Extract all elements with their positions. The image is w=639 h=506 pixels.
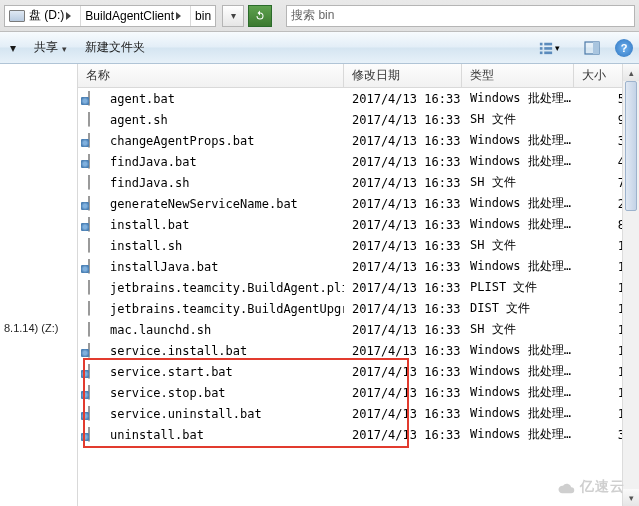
file-date: 2017/4/13 16:33 (344, 134, 462, 148)
bat-file-icon (88, 364, 90, 379)
column-headers: 名称 修改日期 类型 大小 (78, 64, 639, 88)
view-mode-button[interactable]: ▾ (529, 37, 569, 59)
file-name: mac.launchd.sh (110, 323, 211, 337)
history-dropdown[interactable] (222, 5, 244, 27)
organize-button[interactable]: ▾ (6, 39, 20, 57)
file-name: agent.bat (110, 92, 175, 106)
svg-rect-7 (593, 42, 599, 54)
file-row[interactable]: jetbrains.teamcity.BuildAgentUpgra...201… (78, 298, 639, 319)
file-icon (88, 175, 90, 190)
help-button[interactable]: ? (615, 39, 633, 57)
file-row[interactable]: service.stop.bat2017/4/13 16:33Windows 批… (78, 382, 639, 403)
file-type: Windows 批处理... (462, 258, 574, 275)
svg-rect-5 (544, 51, 552, 54)
file-name: service.start.bat (110, 365, 233, 379)
bat-file-icon (88, 406, 90, 421)
file-type: Windows 批处理... (462, 195, 574, 212)
bat-file-icon (88, 133, 90, 148)
file-name: agent.sh (110, 113, 168, 127)
bat-file-icon (88, 91, 90, 106)
share-label: 共享 (34, 39, 58, 56)
column-date[interactable]: 修改日期 (344, 64, 462, 87)
breadcrumb-drive-label: 盘 (D:) (29, 7, 64, 24)
file-date: 2017/4/13 16:33 (344, 428, 462, 442)
file-row[interactable]: agent.sh2017/4/13 16:33SH 文件9 (78, 109, 639, 130)
file-row[interactable]: uninstall.bat2017/4/13 16:33Windows 批处理.… (78, 424, 639, 445)
breadcrumb-seg-0[interactable]: BuildAgentClient (81, 6, 191, 26)
scroll-thumb[interactable] (625, 81, 637, 211)
file-row[interactable]: changeAgentProps.bat2017/4/13 16:33Windo… (78, 130, 639, 151)
search-input[interactable]: 搜索 bin (286, 5, 635, 27)
sidebar-net-loc[interactable]: 8.1.14) (Z:) (4, 320, 73, 336)
file-type: Windows 批处理... (462, 363, 574, 380)
file-row[interactable]: install.bat2017/4/13 16:33Windows 批处理...… (78, 214, 639, 235)
file-icon (88, 238, 90, 253)
file-date: 2017/4/13 16:33 (344, 197, 462, 211)
refresh-button[interactable] (248, 5, 272, 27)
svg-rect-2 (539, 47, 542, 50)
file-type: Windows 批处理... (462, 342, 574, 359)
file-type: Windows 批处理... (462, 216, 574, 233)
svg-rect-3 (544, 47, 552, 50)
file-type: Windows 批处理... (462, 90, 574, 107)
breadcrumb-drive[interactable]: 盘 (D:) (5, 6, 81, 26)
svg-rect-1 (544, 42, 552, 45)
file-type: Windows 批处理... (462, 405, 574, 422)
file-list-pane: 名称 修改日期 类型 大小 agent.bat2017/4/13 16:33Wi… (78, 64, 639, 506)
bat-file-icon (88, 427, 90, 442)
file-type: DIST 文件 (462, 300, 574, 317)
file-name: service.stop.bat (110, 386, 226, 400)
file-date: 2017/4/13 16:33 (344, 281, 462, 295)
file-date: 2017/4/13 16:33 (344, 302, 462, 316)
bat-file-icon (88, 385, 90, 400)
scroll-up-button[interactable]: ▴ (623, 64, 639, 81)
new-folder-button[interactable]: 新建文件夹 (81, 37, 149, 58)
column-type[interactable]: 类型 (462, 64, 574, 87)
vertical-scrollbar[interactable]: ▴ ▾ (622, 64, 639, 506)
scroll-down-button[interactable]: ▾ (623, 489, 639, 506)
file-type: Windows 批处理... (462, 426, 574, 443)
file-row[interactable]: mac.launchd.sh2017/4/13 16:33SH 文件1 (78, 319, 639, 340)
svg-rect-0 (539, 42, 542, 45)
file-icon (88, 322, 90, 337)
file-name: jetbrains.teamcity.BuildAgentUpgra... (110, 302, 344, 316)
column-name[interactable]: 名称 (78, 64, 344, 87)
bat-file-icon (88, 259, 90, 274)
breadcrumb: 盘 (D:) BuildAgentClient bin (4, 5, 216, 27)
file-type: SH 文件 (462, 111, 574, 128)
file-row[interactable]: findJava.bat2017/4/13 16:33Windows 批处理..… (78, 151, 639, 172)
file-row[interactable]: agent.bat2017/4/13 16:33Windows 批处理...5 (78, 88, 639, 109)
preview-pane-button[interactable] (579, 37, 605, 59)
view-list-icon (539, 41, 553, 55)
share-button[interactable]: 共享 (30, 37, 71, 58)
file-icon (88, 280, 90, 295)
file-name: uninstall.bat (110, 428, 204, 442)
file-date: 2017/4/13 16:33 (344, 218, 462, 232)
command-bar: ▾ 共享 新建文件夹 ▾ ? (0, 32, 639, 64)
file-row[interactable]: service.install.bat2017/4/13 16:33Window… (78, 340, 639, 361)
breadcrumb-seg-1-label: bin (195, 9, 211, 23)
sidebar: 8.1.14) (Z:) (0, 64, 78, 506)
file-row[interactable]: service.uninstall.bat2017/4/13 16:33Wind… (78, 403, 639, 424)
file-date: 2017/4/13 16:33 (344, 323, 462, 337)
file-name: install.sh (110, 239, 182, 253)
bat-file-icon (88, 343, 90, 358)
file-icon (88, 112, 90, 127)
file-name: findJava.bat (110, 155, 197, 169)
file-row[interactable]: generateNewServiceName.bat2017/4/13 16:3… (78, 193, 639, 214)
file-name: changeAgentProps.bat (110, 134, 255, 148)
file-type: Windows 批处理... (462, 153, 574, 170)
chevron-down-icon: ▾ (555, 43, 560, 53)
question-icon: ? (621, 42, 628, 54)
file-row[interactable]: installJava.bat2017/4/13 16:33Windows 批处… (78, 256, 639, 277)
chevron-down-icon (58, 41, 67, 55)
file-row[interactable]: service.start.bat2017/4/13 16:33Windows … (78, 361, 639, 382)
file-row[interactable]: findJava.sh2017/4/13 16:33SH 文件7 (78, 172, 639, 193)
refresh-icon (254, 10, 266, 22)
file-row[interactable]: install.sh2017/4/13 16:33SH 文件1 (78, 235, 639, 256)
breadcrumb-seg-1[interactable]: bin (191, 6, 215, 26)
file-type: PLIST 文件 (462, 279, 574, 296)
file-name: install.bat (110, 218, 189, 232)
bat-file-icon (88, 154, 90, 169)
file-row[interactable]: jetbrains.teamcity.BuildAgent.plist2017/… (78, 277, 639, 298)
